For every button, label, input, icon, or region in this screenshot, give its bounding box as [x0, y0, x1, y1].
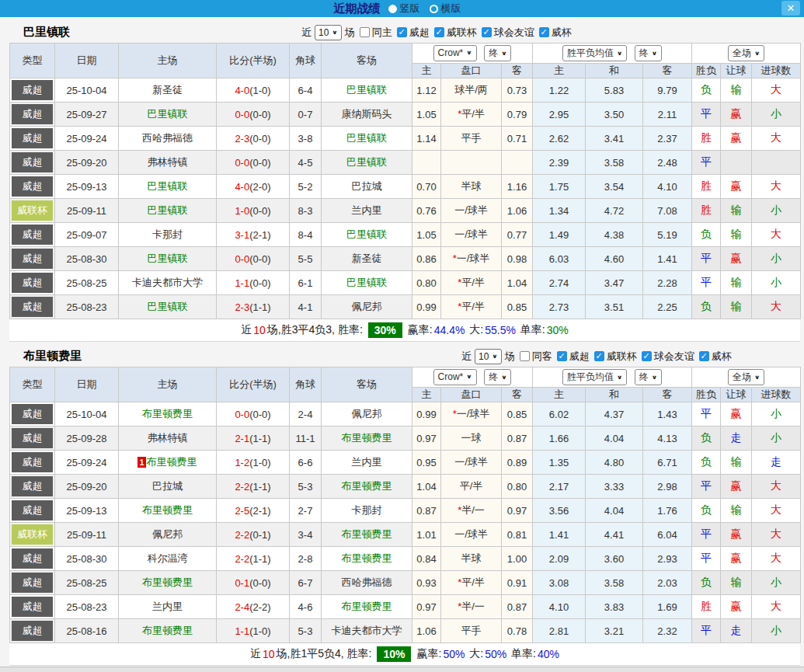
avg-draw-odds: 3.83 [586, 595, 643, 619]
avg-home-odds: 2.62 [533, 127, 586, 151]
odds-away [502, 151, 533, 175]
match-date: 25-08-25 [55, 571, 119, 595]
league-checkbox-3[interactable]: ✓球会友谊 [637, 350, 694, 364]
avg-away-odds: 2.37 [643, 127, 692, 151]
avg-draw-odds: 4.38 [586, 223, 643, 247]
avg-home-odds: 2.39 [533, 151, 586, 175]
recent-count-select[interactable]: 10 ∨ [475, 349, 502, 364]
match-date: 25-09-27 [55, 103, 119, 127]
odds-away: 1.06 [502, 199, 533, 223]
odds-away: 0.79 [502, 103, 533, 127]
near-label: 近 [461, 350, 472, 364]
competition-type-cell: 威超 [10, 295, 55, 319]
result-goals: 大 [752, 475, 801, 499]
odds-time-dropdown[interactable]: 终 ∨ [484, 369, 511, 385]
avg-home-odds: 4.10 [533, 595, 586, 619]
avg-type-dropdown[interactable]: 胜平负均值 ∨ [562, 369, 627, 385]
live-odds-star-icon: * [453, 408, 457, 420]
bottom-strip [0, 667, 804, 672]
handicap: *半/一 [441, 499, 502, 523]
odds-company-dropdown[interactable]: Crow* ∨ [433, 369, 477, 385]
record-summary: 近10场,胜1平5负4, 胜率: 10% 赢率:50% 大:50% 单率:40% [9, 643, 800, 666]
recent-count-select[interactable]: 10 ∨ [315, 25, 342, 40]
layout-option-vertical[interactable]: 竖版 [388, 2, 420, 16]
avg-away-odds: 1.43 [643, 402, 692, 427]
result-handicap: 输 [721, 499, 752, 523]
result-goals: 小 [752, 402, 801, 427]
checkbox-checked-icon: ✓ [699, 351, 709, 361]
score: 2-2(1-1) [217, 547, 290, 571]
competition-type-cell: 威超 [10, 247, 55, 271]
result-handicap: 输 [721, 295, 752, 319]
home-team: 布里顿费里 [119, 499, 217, 523]
competition-badge: 威超 [12, 273, 53, 293]
col-odds-away: 客 [502, 388, 533, 402]
result-goals: 小 [752, 619, 801, 643]
close-button[interactable]: ✕ [781, 1, 800, 16]
section-header: 布里顿费里 近 10 ∨ 场 同客 ✓威超✓威联杯✓球会友谊✓威杯 [0, 346, 804, 367]
competition-badge: 威超 [12, 621, 53, 641]
chevron-down-icon: ∨ [754, 374, 760, 381]
avg-draw-odds: 4.37 [586, 402, 643, 427]
recent-results-panel: 近期战绩 竖版 横版 ✕ 巴里镇联 近 10 ∨ 场 同主 [0, 0, 804, 672]
filters-bar: 近 10 ∨ 场 同主 ✓威超✓威联杯✓球会友谊✓威杯 [301, 25, 572, 40]
col-avg-away: 客 [643, 388, 692, 402]
titlebar: 近期战绩 竖版 横版 ✕ [0, 0, 804, 17]
avg-type-dropdown[interactable]: 胜平负均值 ∨ [562, 45, 627, 61]
result-handicap: 赢 [721, 523, 752, 547]
avg-away-odds: 6.04 [643, 523, 692, 547]
odds-time-dropdown[interactable]: 终 ∨ [484, 45, 511, 61]
col-handicap: 盘口 [441, 388, 502, 402]
result-goals: 大 [752, 175, 801, 199]
odds-company-dropdown[interactable]: Crow* ∨ [433, 45, 477, 61]
corner-score: 6-4 [290, 78, 322, 103]
league-checkbox-3[interactable]: ✓球会友谊 [477, 26, 534, 40]
home-team: 巴拉城 [119, 475, 217, 499]
league-checkbox-2[interactable]: ✓威联杯 [590, 350, 637, 364]
score: 2-5(2-1) [217, 499, 290, 523]
layout-option-horizontal[interactable]: 横版 [430, 2, 461, 16]
same-venue-checkbox[interactable]: 同客 [515, 350, 552, 364]
result-wdl: 负 [692, 499, 721, 523]
result-handicap: 赢 [721, 103, 752, 127]
league-checkbox-4[interactable]: ✓威杯 [694, 350, 732, 364]
avg-time-dropdown[interactable]: 终 ∨ [635, 369, 662, 385]
result-goals: 小 [752, 427, 801, 451]
avg-away-odds: 2.48 [643, 151, 692, 175]
result-goals: 小 [752, 103, 801, 127]
home-team: 布里顿费里 [119, 619, 217, 643]
record-summary: 近10场,胜3平4负3, 胜率: 30% 赢率:44.4% 大:55.5% 单率… [9, 319, 800, 342]
league-checkbox-4[interactable]: ✓威杯 [534, 26, 572, 40]
league-checkbox-2[interactable]: ✓威联杯 [430, 26, 477, 40]
handicap: *半/一 [441, 595, 502, 619]
competition-badge: 威超 [12, 152, 53, 172]
league-checkbox-1[interactable]: ✓威超 [392, 26, 430, 40]
result-handicap: 赢 [721, 175, 752, 199]
league-checkbox-1[interactable]: ✓威超 [552, 350, 590, 364]
scope-dropdown[interactable]: 全场 ∨ [728, 369, 764, 385]
avg-time-dropdown[interactable]: 终 ∨ [635, 45, 662, 61]
handicap: *平/半 [441, 295, 502, 319]
avg-draw-odds: 3.58 [586, 151, 643, 175]
away-team: 兰内里 [322, 199, 412, 223]
match-row: 威超25-09-20巴拉城2-2(1-1)5-3布里顿费里1.04平/半0.80… [10, 475, 801, 499]
avg-draw-odds: 4.60 [586, 247, 643, 271]
handicap: 球半/两 [441, 78, 502, 103]
scope-dropdown[interactable]: 全场 ∨ [728, 45, 764, 61]
chevron-down-icon: ∨ [492, 353, 497, 360]
avg-away-odds: 4.13 [643, 427, 692, 451]
col-away: 客场 [322, 44, 412, 78]
odds-away: 0.87 [502, 427, 533, 451]
col-result-handicap: 让球 [721, 64, 752, 78]
avg-draw-odds: 3.47 [586, 271, 643, 295]
home-team: 布里顿费里 [119, 402, 217, 427]
same-venue-checkbox[interactable]: 同主 [355, 26, 392, 40]
home-team: 西哈弗福德 [119, 127, 217, 151]
odds-home: 0.80 [412, 271, 441, 295]
match-date: 25-09-20 [55, 475, 119, 499]
avg-away-odds: 1.41 [643, 247, 692, 271]
odds-away: 0.85 [502, 402, 533, 427]
matches-table-1: 类型 日期 主场 比分(半场) 角球 客场 Crow* ∨ 终 ∨ [9, 43, 801, 319]
competition-badge: 威超 [12, 176, 53, 197]
col-result-goals: 进球数 [752, 388, 801, 402]
